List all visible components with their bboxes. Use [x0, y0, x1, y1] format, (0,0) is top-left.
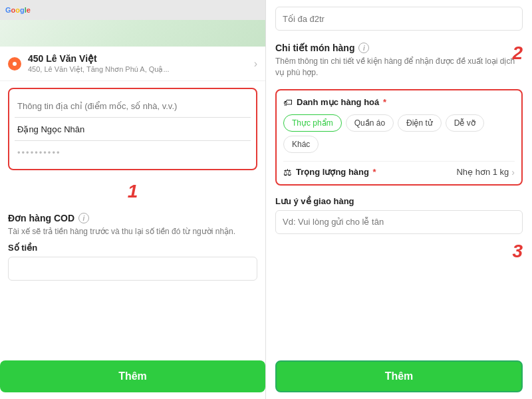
- weight-chevron-icon: ›: [511, 167, 515, 178]
- weight-value: Nhẹ hơn 1 kg ›: [456, 167, 515, 178]
- step-3-badge: 3: [512, 241, 523, 262]
- chi-tiet-section: Chi tiết món hàng i Thêm thông tin chi t…: [266, 37, 532, 84]
- weight-label: Trọng lượng hàng *: [296, 167, 456, 177]
- address-row[interactable]: 450 Lê Văn Việt 450, Lê Văn Việt, Tăng N…: [0, 47, 265, 81]
- category-fragile[interactable]: Dễ vỡ: [446, 114, 484, 132]
- cod-title: Đơn hàng COD: [8, 213, 74, 223]
- so-tien-label: Số tiền: [8, 243, 257, 253]
- address-text: 450 Lê Văn Việt 450, Lê Văn Việt, Tăng N…: [28, 53, 254, 74]
- location-icon: [8, 57, 21, 70]
- category-clothes[interactable]: Quần áo: [346, 114, 394, 132]
- danh-muc-title: Danh mục hàng hoá *: [297, 97, 386, 107]
- phone-input[interactable]: [17, 148, 248, 158]
- tag-icon: 🏷: [283, 97, 293, 108]
- chi-tiet-info-icon[interactable]: i: [358, 43, 369, 53]
- right-panel: Chi tiết món hàng i Thêm thông tin chi t…: [266, 0, 532, 399]
- address-field[interactable]: [15, 94, 251, 118]
- cod-title-row: Đơn hàng COD i: [8, 213, 257, 223]
- left-panel: Google 450 Lê Văn Việt 450, Lê Văn Việt,…: [0, 0, 266, 399]
- map-area: [0, 20, 265, 47]
- left-add-button[interactable]: Thêm: [0, 360, 265, 392]
- category-buttons: Thực phẩm Quần áo Điện tử Dễ vỡ Khác: [283, 114, 515, 153]
- step-2-wrapper: 2: [512, 43, 523, 64]
- map-header: Google: [0, 0, 265, 20]
- name-field[interactable]: [15, 118, 251, 141]
- address-title: 450 Lê Văn Việt: [28, 53, 254, 64]
- danh-muc-section: 🏷 Danh mục hàng hoá * Thực phẩm Quần áo …: [275, 89, 523, 186]
- weight-icon: ⚖: [283, 167, 292, 178]
- cod-info-icon[interactable]: i: [78, 213, 89, 223]
- luu-y-input[interactable]: [275, 210, 523, 234]
- category-food[interactable]: Thực phẩm: [283, 114, 342, 132]
- google-logo: Google: [5, 6, 31, 14]
- category-electronics[interactable]: Điện tử: [398, 114, 442, 132]
- cod-description: Tài xế sẽ trả tiền hàng trước và thu lại…: [8, 226, 257, 237]
- phone-field[interactable]: [15, 141, 251, 164]
- address-form-section: [8, 88, 257, 170]
- chi-tiet-title: Chi tiết món hàng: [275, 43, 354, 53]
- address-input[interactable]: [17, 101, 248, 111]
- luu-y-title: Lưu ý về giao hàng: [275, 196, 523, 206]
- right-spacer: [266, 262, 532, 360]
- category-other[interactable]: Khác: [283, 136, 319, 153]
- chi-tiet-title-row: Chi tiết món hàng i: [275, 43, 523, 53]
- name-input[interactable]: [17, 124, 248, 134]
- step-3-wrapper: 3: [266, 241, 532, 262]
- max-price-input[interactable]: [275, 7, 523, 31]
- right-add-button[interactable]: Thêm: [275, 360, 523, 392]
- danh-muc-header: 🏷 Danh mục hàng hoá *: [283, 97, 515, 108]
- step-1-wrapper: 1: [0, 181, 265, 202]
- left-bottom: Đơn hàng COD i Tài xế sẽ trả tiền hàng t…: [0, 206, 265, 360]
- amount-input[interactable]: [8, 257, 257, 281]
- chevron-right-icon: ›: [254, 58, 257, 70]
- step-2-badge: 2: [512, 43, 523, 63]
- chi-tiet-description: Thêm thông tin chi tiết về kiện hàng để …: [275, 56, 523, 78]
- cod-section: Đơn hàng COD i Tài xế sẽ trả tiền hàng t…: [8, 206, 257, 285]
- step-1-badge: 1: [128, 181, 138, 202]
- luu-y-section: Lưu ý về giao hàng: [266, 191, 532, 239]
- right-top: [266, 0, 532, 37]
- weight-row[interactable]: ⚖ Trọng lượng hàng * Nhẹ hơn 1 kg ›: [283, 161, 515, 178]
- address-subtitle: 450, Lê Văn Việt, Tăng Nhơn Phú A, Quậ..…: [28, 65, 254, 74]
